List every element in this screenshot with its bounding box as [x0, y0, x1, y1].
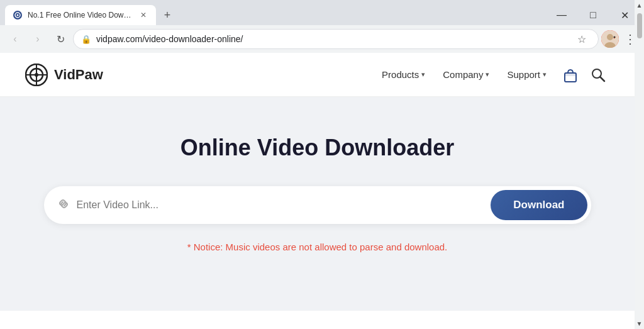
- page-title: Online Video Downloader: [180, 135, 454, 161]
- website-content: VidPaw Products ▾ Company ▾ Support ▾: [0, 53, 635, 311]
- back-button[interactable]: ‹: [5, 29, 25, 49]
- tab-close-button[interactable]: ✕: [138, 10, 148, 20]
- refresh-button[interactable]: ↻: [50, 29, 70, 49]
- browser-chrome: No.1 Free Online Video Downloa... ✕ + — …: [0, 0, 644, 53]
- nav-support[interactable]: Support ▾: [499, 65, 554, 84]
- svg-point-2: [17, 14, 19, 16]
- company-chevron-icon: ▾: [486, 70, 489, 79]
- nav-menu: Products ▾ Company ▾ Support ▾: [374, 65, 554, 84]
- notice-text: * Notice: Music videos are not allowed t…: [187, 242, 448, 252]
- logo-text: VidPaw: [54, 67, 103, 83]
- download-box: Download: [44, 186, 591, 224]
- scrollbar: ▲ ▼: [635, 0, 644, 329]
- bookmark-icon[interactable]: ☆: [573, 30, 591, 48]
- svg-point-7: [614, 36, 616, 38]
- header-icons: [559, 64, 609, 86]
- svg-rect-14: [565, 73, 576, 76]
- scroll-thumb[interactable]: [637, 13, 642, 38]
- svg-point-4: [607, 34, 613, 40]
- link-icon: [57, 197, 70, 214]
- search-icon-button[interactable]: [587, 64, 609, 86]
- site-header: VidPaw Products ▾ Company ▾ Support ▾: [0, 53, 635, 97]
- address-bar[interactable]: 🔒 vidpaw.com/video-downloader-online/ ☆: [73, 29, 599, 49]
- logo-icon: [25, 64, 48, 86]
- active-tab[interactable]: No.1 Free Online Video Downloa... ✕: [5, 5, 156, 25]
- window-controls: — □ ✕: [547, 5, 639, 25]
- new-tab-button[interactable]: +: [158, 6, 176, 24]
- support-chevron-icon: ▾: [543, 70, 547, 79]
- tab-title: No.1 Free Online Video Downloa...: [28, 11, 133, 20]
- browser-window: No.1 Free Online Video Downloa... ✕ + — …: [0, 0, 644, 329]
- shop-icon-button[interactable]: [559, 64, 582, 86]
- title-bar: No.1 Free Online Video Downloa... ✕ + — …: [0, 0, 644, 25]
- main-content: Online Video Downloader Download * Notic…: [0, 97, 635, 311]
- tab-bar: No.1 Free Online Video Downloa... ✕ +: [5, 5, 176, 25]
- download-button[interactable]: Download: [491, 190, 587, 220]
- minimize-button[interactable]: —: [547, 5, 576, 25]
- maximize-button[interactable]: □: [579, 5, 608, 25]
- profile-avatar[interactable]: [601, 30, 619, 48]
- video-url-input[interactable]: [77, 199, 491, 211]
- products-chevron-icon: ▾: [421, 70, 425, 79]
- forward-button[interactable]: ›: [28, 29, 48, 49]
- nav-bar: ‹ › ↻ 🔒 vidpaw.com/video-downloader-onli…: [0, 25, 644, 53]
- nav-company[interactable]: Company ▾: [435, 65, 497, 84]
- scroll-down-button[interactable]: ▼: [635, 318, 644, 329]
- lock-icon: 🔒: [81, 35, 91, 44]
- url-text: vidpaw.com/video-downloader-online/: [96, 34, 568, 44]
- logo-link[interactable]: VidPaw: [25, 64, 103, 86]
- tab-favicon: [13, 10, 23, 20]
- scroll-up-button[interactable]: ▲: [635, 0, 644, 11]
- nav-products[interactable]: Products ▾: [374, 65, 433, 84]
- svg-line-16: [600, 77, 604, 81]
